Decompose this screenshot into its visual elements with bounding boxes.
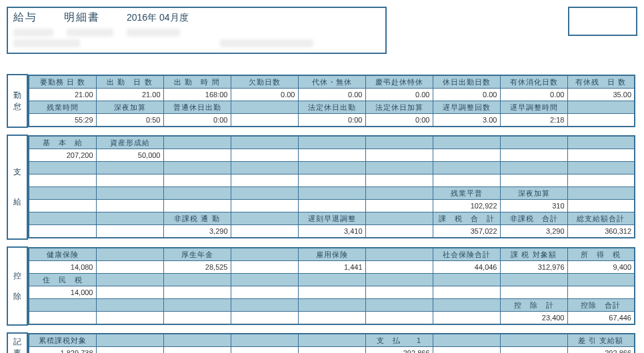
value: 0:00 [163,114,231,127]
label: 法定休日加算 [365,101,433,114]
label: 非課税 通 勤 [163,212,231,225]
value: 0:00 [365,114,433,127]
section-shikyu: 支給 基 本 給 資産形成給 207,200 50,000 残業平普 深夜加算 [7,135,635,240]
label: 厚生年金 [163,248,231,261]
value: 23,400 [500,312,567,325]
value: 0.00 [365,89,433,101]
label: 健康保険 [29,248,96,261]
section-label-kintai: 勤怠 [9,90,25,113]
value: 102,922 [433,200,500,212]
value: 312,976 [500,261,567,274]
redacted [13,29,53,37]
label: 有休残 日 数 [567,75,635,89]
section-kiji: 記事 累積課税対象 支 払 1 差 引 支給額 1,829,738 292,86… [7,332,635,353]
value: 14,000 [29,286,96,299]
empty-label [567,101,635,114]
value [567,114,635,127]
value: 21.00 [29,89,96,101]
value: 0.00 [298,89,365,101]
value: 21.00 [96,89,163,101]
label: 有休消化日数 [500,75,567,89]
label: 控 除 計 [500,299,567,312]
value: 3,290 [163,225,231,238]
value: 3.00 [433,114,500,127]
value: 14,080 [29,261,96,274]
doc-title-1: 給与 [13,11,37,25]
label: 要勤務 日 数 [29,75,96,89]
empty-label [231,101,298,114]
header-box: 給与 明細書 2016年 04月度 [7,7,387,54]
label: 社会保険合計 [433,248,500,261]
value: 357,022 [433,225,500,238]
label: 残業平普 [433,187,500,200]
label: 総支給額合計 [567,212,635,225]
value: 207,200 [29,149,96,162]
value: 67,446 [567,312,635,325]
header-row: 給与 明細書 2016年 04月度 [7,7,637,54]
label: 欠勤日数 [231,75,298,89]
value [231,114,298,127]
redacted [67,29,113,37]
value: 2:18 [500,114,567,127]
value: 44,046 [433,261,500,274]
label: 残業時間 [29,101,96,114]
section-koujo: 控除 健康保険 厚生年金 雇用保険 社会保険合計 課 税 対象額 所 得 税 1… [7,246,635,326]
label: 支 払 1 [365,334,433,347]
label: 課 税 対象額 [500,248,567,261]
value: 1,441 [298,261,365,274]
doc-title-2: 明細書 [64,11,100,25]
label: 累積課税対象 [29,334,96,347]
label: 遅早調整回数 [433,101,500,114]
value: 360,312 [567,225,635,238]
value: 3,290 [500,225,567,238]
label: 遅刻早退調整 [298,212,365,225]
redacted [220,39,313,47]
value: 55:29 [29,114,96,127]
value: 0:00 [298,114,365,127]
label: 基 本 給 [29,136,96,149]
value: 9,400 [567,261,635,274]
label: 深夜加算 [500,187,567,200]
label: 代休・無休 [298,75,365,89]
value: 292,866 [365,347,433,354]
label: 課 税 合 計 [433,212,500,225]
value: 0.00 [500,89,567,101]
label: 資産形成給 [96,136,163,149]
value: 35.00 [567,89,635,101]
label: 普通休日出勤 [163,101,231,114]
label: 出 勤 時 間 [163,75,231,89]
label: 出 勤 日 数 [96,75,163,89]
label: 深夜加算 [96,101,163,114]
label: 遅早調整時間 [500,101,567,114]
stamp-box [568,7,637,36]
section-label-shikyu: 支給 [9,167,25,208]
label: 差 引 支給額 [567,334,635,347]
label: 法定休日出勤 [298,101,365,114]
value: 0.00 [433,89,500,101]
label: 非課税 合計 [500,212,567,225]
value: 0.00 [231,89,298,101]
label: 休日出勤日数 [433,75,500,89]
label: 住 民 税 [29,274,96,286]
value: 292,866 [567,347,635,354]
value: 1,829,738 [29,347,96,354]
value: 168:00 [163,89,231,101]
section-label-kiji: 記事 [9,336,25,353]
value: 0:50 [96,114,163,127]
value: 28,525 [163,261,231,274]
value: 310 [500,200,567,212]
doc-period: 2016年 04月度 [127,12,189,24]
section-label-koujo: 控除 [9,270,25,302]
redacted [13,39,80,47]
section-kintai: 勤怠 要勤務 日 数 出 勤 日 数 出 勤 時 間 欠勤日数 代休・無休 慶弔… [7,74,635,128]
value: 50,000 [96,149,163,162]
redacted [127,29,180,37]
label: 慶弔赴休特休 [365,75,433,89]
value: 3,410 [298,225,365,238]
label: 控除 合計 [567,299,635,312]
label: 所 得 税 [567,248,635,261]
label: 雇用保険 [298,248,365,261]
